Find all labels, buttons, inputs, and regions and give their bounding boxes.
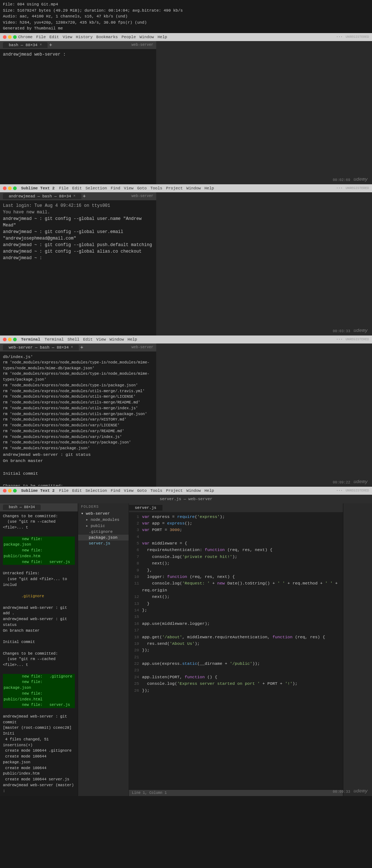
- s4-sidebar-web-server[interactable]: ▾ web-server: [78, 510, 129, 517]
- s2-line-6: andrewjmead ~ : git config --global alia…: [3, 248, 153, 255]
- s3-close-button[interactable]: [3, 338, 7, 341]
- s3-terminal-tab[interactable]: web-server — bash — 88×34 ×: [3, 345, 79, 350]
- menu-help[interactable]: Help: [158, 35, 167, 39]
- s4-lt-7: [3, 565, 75, 571]
- s4-sidebar-server-js[interactable]: server.js: [78, 541, 129, 546]
- s3-maximize-button[interactable]: [13, 338, 17, 341]
- s2-menu-help[interactable]: Help: [205, 186, 214, 190]
- sublime-app-bar-s4: Sublime Text 2 File Edit Selection Find …: [0, 487, 372, 495]
- s2-menu-view[interactable]: View: [124, 186, 133, 190]
- s4-lt-2: (use "git rm --cached <file>... t: [3, 519, 75, 531]
- s4-dots: ···: [336, 489, 343, 493]
- code-line-5: 5 var middleware = {: [129, 540, 343, 547]
- s2-tab-close[interactable]: ×: [73, 194, 76, 198]
- s2-tab-plus[interactable]: +: [83, 193, 86, 199]
- minimize-button[interactable]: [8, 35, 12, 39]
- s4-menu-edit[interactable]: Edit: [72, 489, 82, 493]
- code-line-12: 12 next();: [129, 594, 343, 600]
- s4-menu-find[interactable]: Find: [111, 489, 120, 493]
- s3-menu-terminal[interactable]: Terminal: [45, 337, 64, 342]
- code-line-14: 14 };: [129, 607, 343, 614]
- s4-left-term-content: Changes to be committed: (use "git rm --…: [0, 511, 78, 796]
- s1-tab-plus[interactable]: +: [49, 42, 52, 48]
- s4-menu-selection[interactable]: Selection: [85, 489, 107, 493]
- s4-close-button[interactable]: [3, 489, 7, 493]
- s2-menu-find[interactable]: Find: [111, 186, 120, 190]
- s4-menu-file[interactable]: File: [59, 489, 68, 493]
- s4-menu-window[interactable]: Window: [186, 489, 201, 493]
- s2-minimize-button[interactable]: [8, 186, 12, 190]
- s2-traffic-lights: [3, 186, 17, 190]
- s4-lt-34: andrewjmead web-server (master) :: [3, 783, 75, 794]
- s4-sidebar-folders-label: FOLDERS: [78, 503, 129, 510]
- s4-sidebar-gitignore[interactable]: .gitignore: [78, 529, 129, 535]
- s2-close-button[interactable]: [3, 186, 7, 190]
- menu-bookmarks[interactable]: Bookmarks: [96, 35, 118, 39]
- s2-terminal-tab[interactable]: andrewjmead — bash — 88×34 ×: [3, 193, 81, 199]
- s4-sidebar-package-json[interactable]: package.json: [78, 535, 129, 541]
- s2-app-name: Sublime Text 2: [21, 186, 54, 190]
- menu-people[interactable]: People: [121, 35, 136, 39]
- s2-menu-tools[interactable]: Tools: [150, 186, 162, 190]
- menu-file[interactable]: File: [36, 35, 46, 39]
- file-info-line4: Video: h264, yuv420p, 1280x720, 435 kb/s…: [3, 20, 369, 26]
- s3-menu-shell[interactable]: Shell: [68, 337, 80, 342]
- s4-lt-32: create mode 100644 public/index.htm: [3, 765, 75, 777]
- section-2: Sublime Text 2 File Edit Selection Find …: [0, 184, 372, 335]
- s3-tab-close[interactable]: ×: [71, 345, 73, 349]
- s3-term-blank2: [3, 477, 153, 483]
- menu-edit[interactable]: Edit: [49, 35, 59, 39]
- s4-lt-33: create mode 100644 server.js: [3, 777, 75, 783]
- code-line-1: 1 var express = require('express');: [129, 514, 343, 520]
- close-button[interactable]: [3, 35, 7, 39]
- s2-dots: ···: [336, 186, 343, 190]
- s3-tab-right: web-server: [132, 345, 153, 349]
- chrome-dots: ···: [336, 35, 343, 39]
- menu-history[interactable]: History: [76, 35, 93, 39]
- s3-menu-edit[interactable]: Edit: [83, 337, 93, 342]
- maximize-button[interactable]: [13, 35, 17, 39]
- s3-menu-view[interactable]: View: [96, 337, 106, 342]
- section-4: Sublime Text 2 File Edit Selection Find …: [0, 487, 372, 796]
- s4-menu-goto[interactable]: Goto: [137, 489, 146, 493]
- s2-menu-edit[interactable]: Edit: [72, 186, 82, 190]
- s4-menu-help[interactable]: Help: [205, 489, 214, 493]
- s2-maximize-button[interactable]: [13, 186, 17, 190]
- s4-minimize-button[interactable]: [8, 489, 12, 493]
- s2-menu-file[interactable]: File: [59, 186, 68, 190]
- s4-sidebar-public[interactable]: ▸ public: [78, 523, 129, 529]
- menu-view[interactable]: View: [62, 35, 72, 39]
- s3-minimize-button[interactable]: [8, 338, 12, 341]
- s4-lt-22: new file: .gitignore: [3, 674, 75, 680]
- s2-udemy-watermark: udemy: [353, 328, 368, 333]
- s3-term-line-13: rm 'node_modules/express/node_modules/va…: [3, 440, 153, 446]
- s2-menu-project[interactable]: Project: [166, 186, 183, 190]
- s4-editor-tab-server-js[interactable]: server.js: [129, 505, 162, 511]
- s3-menu-window[interactable]: Window: [109, 337, 124, 342]
- s3-tab-plus[interactable]: +: [80, 345, 83, 350]
- s4-lt-5: new file: public/index.htm: [3, 548, 75, 559]
- s1-tab-close[interactable]: ×: [40, 43, 42, 47]
- s4-lt-1: Changes to be committed:: [3, 514, 75, 519]
- menu-chrome[interactable]: Chrome: [18, 35, 33, 39]
- s2-menu-selection[interactable]: Selection: [85, 186, 107, 190]
- s4-lt-27: andrewjmead web-server : git commit: [3, 714, 75, 726]
- s2-menu-goto[interactable]: Goto: [137, 186, 146, 190]
- s4-lt-19: Changes to be committed:: [3, 651, 75, 657]
- s4-term-tab-label: bash — 88×34: [9, 505, 35, 509]
- s4-menu-project[interactable]: Project: [166, 489, 183, 493]
- s2-tab-bar: andrewjmead — bash — 88×34 × + web-serve…: [0, 192, 156, 200]
- s4-maximize-button[interactable]: [13, 489, 17, 493]
- s4-lt-18: [3, 645, 75, 651]
- s4-term-tab[interactable]: bash — 88×34: [3, 505, 41, 510]
- menu-window[interactable]: Window: [140, 35, 154, 39]
- s4-menu-view[interactable]: View: [124, 489, 133, 493]
- s3-term-line-0: db/index.js': [3, 354, 153, 360]
- s4-sidebar-node-modules[interactable]: ▸ node_modules: [78, 517, 129, 523]
- s3-menu-help[interactable]: Help: [128, 337, 137, 342]
- s3-terminal-content: db/index.js' rm 'node_modules/express/no…: [0, 351, 156, 486]
- s2-menu-window[interactable]: Window: [186, 186, 201, 190]
- s1-terminal-tab[interactable]: bash — 88×34 ×: [3, 42, 48, 48]
- s4-menu-tools[interactable]: Tools: [150, 489, 162, 493]
- s4-lt-15: On branch master: [3, 628, 75, 634]
